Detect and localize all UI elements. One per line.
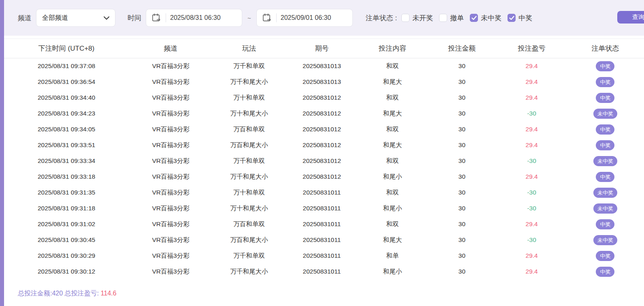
checkbox-unchecked-icon[interactable] [401,14,409,22]
cell-content: 和尾小 [358,201,427,216]
column-header: 玩法 [213,39,286,58]
cell-status: 未中奖 [567,201,644,216]
cell-pnl: 29.4 [497,122,567,137]
cell-pnl: 29.4 [497,216,567,232]
cell-bet-time: 2025/08/31 09:33:34 [4,153,129,169]
table-row: 2025/08/31 09:33:51VR百福3分彩万百和尾大小20250831… [4,137,644,153]
table-row: 2025/08/31 09:34:05VR百福3分彩万百和单双202508310… [4,122,644,137]
cell-content: 和双 [358,216,427,232]
cell-content: 和双 [358,122,427,137]
channel-select[interactable]: 全部频道 [36,9,115,27]
cell-channel: VR百福3分彩 [129,137,213,153]
status-badge: 中奖 [596,77,614,87]
status-checkbox[interactable]: 撤单 [439,13,464,23]
cell-amount: 30 [427,90,497,106]
cell-status: 未中奖 [567,106,644,122]
column-header: 注单状态 [567,39,644,58]
cell-play: 万十和尾大小 [213,201,286,216]
bet-records-table-wrap: 下注时间 (UTC+8)频道玩法期号投注内容投注金额投注盈亏注单状态 2025/… [4,39,644,280]
status-checkbox-label: 中奖 [518,13,532,23]
status-checkbox[interactable]: 中奖 [508,13,532,23]
status-badge: 中奖 [596,251,614,261]
cell-content: 和单 [358,248,427,264]
input-divider [276,13,277,22]
status-badge: 中奖 [596,124,614,135]
column-header: 下注时间 (UTC+8) [4,39,129,58]
cell-amount: 30 [427,153,497,169]
cell-channel: VR百福3分彩 [129,248,213,264]
cell-content: 和双 [358,58,427,74]
cell-pnl: -30 [497,185,567,201]
table-row: 2025/08/31 09:31:18VR百福3分彩万十和尾大小20250831… [4,201,644,216]
cell-play: 万十和尾大小 [213,106,286,122]
cell-content: 和尾小 [358,264,427,280]
status-checkbox-group: 未开奖撤单未中奖中奖 [401,13,538,23]
cell-content: 和尾大 [358,137,427,153]
cell-bet-time: 2025/08/31 09:30:29 [4,248,129,264]
checkbox-checked-icon[interactable] [508,14,516,22]
date-from-input[interactable]: 2025/08/31 06:30 [146,9,242,27]
checkbox-unchecked-icon[interactable] [439,14,447,22]
cell-pnl: -30 [497,232,567,248]
status-badge: 中奖 [596,219,614,229]
left-accent-strip [0,0,4,306]
cell-play: 万千和尾大小 [213,74,286,90]
cell-content: 和尾小 [358,169,427,185]
cell-amount: 30 [427,232,497,248]
cell-bet-time: 2025/08/31 09:31:02 [4,216,129,232]
cell-content: 和尾大 [358,232,427,248]
date-from-value: 2025/08/31 06:30 [170,14,221,21]
status-badge: 未中奖 [593,109,617,119]
cell-play: 万千和尾大小 [213,169,286,185]
cell-pnl: -30 [497,106,567,122]
total-pnl-value: 114.6 [101,290,117,297]
summary-bar: 总投注金额:420 总投注盈亏: 114.6 [18,289,644,298]
cell-status: 未中奖 [567,153,644,169]
status-badge: 未中奖 [593,156,617,166]
cell-content: 和双 [358,153,427,169]
status-badge: 中奖 [596,140,614,150]
cell-issue: 20250831011 [286,185,358,201]
status-checkbox[interactable]: 未中奖 [470,13,501,23]
cell-issue: 20250831013 [286,58,358,74]
cell-issue: 20250831011 [286,264,358,280]
cell-channel: VR百福3分彩 [129,153,213,169]
cell-bet-time: 2025/08/31 09:34:23 [4,106,129,122]
cell-amount: 30 [427,137,497,153]
cell-bet-time: 2025/08/31 09:34:05 [4,122,129,137]
status-checkbox-label: 撤单 [450,13,464,23]
cell-pnl: -30 [497,201,567,216]
cell-status: 中奖 [567,264,644,280]
cell-status: 未中奖 [567,185,644,201]
status-checkbox-label: 未中奖 [481,13,501,23]
cell-amount: 30 [427,169,497,185]
channel-label: 频道 [18,13,32,23]
cell-bet-time: 2025/08/31 09:31:35 [4,185,129,201]
table-row: 2025/08/31 09:37:08VR百福3分彩万千和单双202508310… [4,58,644,74]
total-amount-value: 420 [52,290,63,297]
column-header: 期号 [286,39,358,58]
cell-channel: VR百福3分彩 [129,74,213,90]
table-row: 2025/08/31 09:31:02VR百福3分彩万百和单双202508310… [4,216,644,232]
cell-issue: 20250831012 [286,137,358,153]
status-badge: 未中奖 [593,203,617,214]
table-row: 2025/08/31 09:31:35VR百福3分彩万十和单双202508310… [4,185,644,201]
cell-bet-time: 2025/08/31 09:37:08 [4,58,129,74]
cell-channel: VR百福3分彩 [129,216,213,232]
cell-bet-time: 2025/08/31 09:30:12 [4,264,129,280]
cell-issue: 20250831011 [286,216,358,232]
cell-amount: 30 [427,248,497,264]
column-header: 频道 [129,39,213,58]
checkbox-checked-icon[interactable] [470,14,478,22]
cell-issue: 20250831013 [286,74,358,90]
cell-status: 中奖 [567,169,644,185]
cell-issue: 20250831011 [286,248,358,264]
query-button[interactable]: 查询 [617,11,644,24]
status-checkbox[interactable]: 未开奖 [401,13,433,23]
input-divider [166,13,166,22]
cell-channel: VR百福3分彩 [129,58,213,74]
cell-channel: VR百福3分彩 [129,122,213,137]
table-row: 2025/08/31 09:30:45VR百福3分彩万百和尾大小20250831… [4,232,644,248]
status-badge: 中奖 [596,93,614,103]
date-to-input[interactable]: 2025/09/01 06:30 [256,9,353,27]
